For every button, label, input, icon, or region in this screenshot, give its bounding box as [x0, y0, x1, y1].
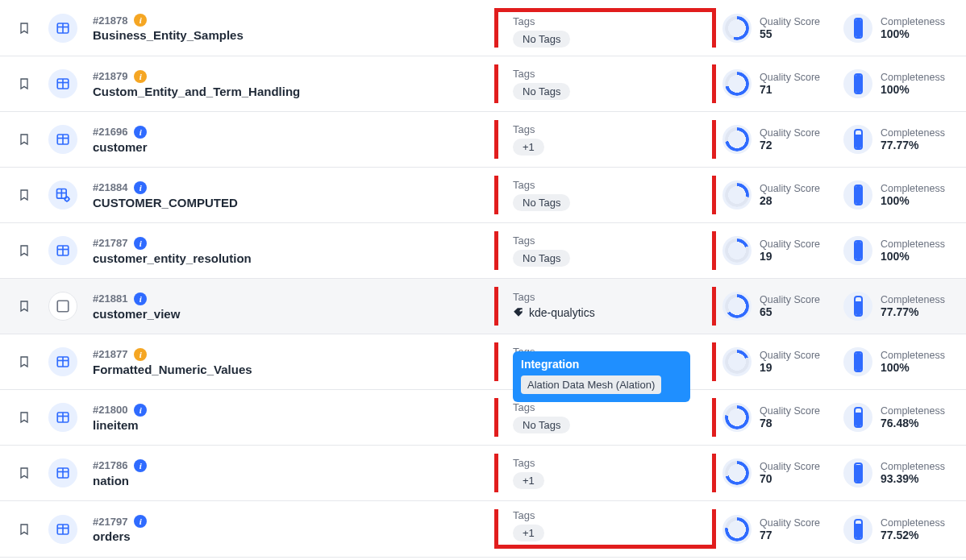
- entity-name[interactable]: CUSTOMER_COMPUTED: [93, 196, 486, 209]
- view-icon[interactable]: [48, 292, 77, 321]
- bookmark-icon[interactable]: [18, 409, 31, 425]
- info-icon[interactable]: i: [134, 126, 147, 139]
- name-cell[interactable]: #21786ination: [93, 459, 494, 487]
- quality-value: 70: [760, 472, 820, 485]
- completeness-cell: Completeness77.77%: [837, 292, 966, 321]
- name-cell[interactable]: #21877iFormatted_Numeric_Values: [93, 348, 494, 376]
- bookmark-cell: [0, 243, 48, 259]
- tag-item[interactable]: kde-qualytics: [513, 306, 595, 319]
- info-icon[interactable]: i: [134, 14, 147, 27]
- entity-name[interactable]: lineitem: [93, 418, 486, 432]
- info-icon[interactable]: i: [134, 459, 147, 472]
- tag-count-chip[interactable]: +1: [513, 525, 544, 541]
- table-icon[interactable]: [48, 69, 77, 98]
- name-cell[interactable]: #21800ilineitem: [93, 404, 494, 432]
- entity-name[interactable]: Formatted_Numeric_Values: [93, 363, 486, 376]
- entity-name[interactable]: customer_entity_resolution: [93, 251, 486, 265]
- quality-value: 28: [760, 194, 820, 207]
- table-icon[interactable]: [48, 236, 77, 265]
- quality-cell: Quality Score71: [716, 69, 837, 98]
- bookmark-icon[interactable]: [18, 243, 31, 259]
- table-row[interactable]: #21696icustomerTags+1Quality Score72Comp…: [0, 112, 966, 168]
- table-row[interactable]: #21884iCUSTOMER_COMPUTEDTagsNo TagsQuali…: [0, 168, 966, 223]
- entity-name[interactable]: customer_view: [93, 307, 486, 321]
- bookmark-icon[interactable]: [18, 354, 31, 370]
- bookmark-cell: [0, 409, 48, 425]
- entity-name[interactable]: orders: [93, 529, 486, 543]
- info-icon[interactable]: i: [134, 404, 147, 417]
- quality-value: 77: [760, 529, 820, 541]
- completeness-value: 100%: [881, 27, 945, 40]
- table-row[interactable]: #21877iFormatted_Numeric_ValuesTagsNo Ta…: [0, 334, 966, 390]
- quality-cell: Quality Score77: [716, 515, 837, 544]
- quality-label: Quality Score: [760, 350, 820, 361]
- tooltip-title: Integration: [521, 358, 682, 371]
- quality-ring-icon: [722, 69, 752, 98]
- completeness-label: Completeness: [881, 183, 945, 194]
- info-icon[interactable]: i: [134, 515, 147, 528]
- name-cell[interactable]: #21881icustomer_view: [93, 292, 494, 321]
- bookmark-icon[interactable]: [18, 131, 31, 147]
- name-cell[interactable]: #21879iCustom_Entity_and_Term_Handling: [93, 70, 494, 98]
- entity-name[interactable]: Custom_Entity_and_Term_Handling: [93, 85, 486, 98]
- completeness-cylinder-icon: [843, 236, 872, 265]
- info-icon[interactable]: i: [134, 237, 147, 250]
- type-icon-cell: [48, 69, 93, 98]
- table-row[interactable]: #21800ilineitemTagsNo TagsQuality Score7…: [0, 390, 966, 446]
- bookmark-icon[interactable]: [18, 521, 31, 537]
- completeness-cell: Completeness93.39%: [837, 458, 966, 487]
- completeness-value: 77.52%: [881, 529, 945, 541]
- entity-name[interactable]: customer: [93, 140, 486, 154]
- table-icon[interactable]: [48, 347, 77, 376]
- table-icon[interactable]: [48, 125, 77, 154]
- tags-cell: TagsNo Tags: [494, 176, 716, 214]
- table-row[interactable]: #21787icustomer_entity_resolutionTagsNo …: [0, 223, 966, 279]
- completeness-label: Completeness: [881, 127, 945, 139]
- bookmark-cell: [0, 187, 48, 203]
- table-row[interactable]: #21879iCustom_Entity_and_Term_HandlingTa…: [0, 56, 966, 112]
- table-icon[interactable]: [48, 403, 77, 432]
- table-row[interactable]: #21797iordersTags+1Quality Score77Comple…: [0, 501, 966, 558]
- quality-value: 55: [760, 27, 820, 40]
- name-cell[interactable]: #21787icustomer_entity_resolution: [93, 237, 494, 265]
- bookmark-icon[interactable]: [18, 465, 31, 481]
- entity-id: #21881: [93, 292, 127, 305]
- quality-ring-icon: [722, 458, 752, 487]
- entity-name[interactable]: Business_Entity_Samples: [93, 28, 486, 42]
- table-row[interactable]: #21881icustomer_viewTags kde-qualyticsIn…: [0, 279, 966, 334]
- quality-label: Quality Score: [760, 461, 820, 472]
- quality-cell: Quality Score78: [716, 403, 837, 432]
- name-cell[interactable]: #21884iCUSTOMER_COMPUTED: [93, 181, 494, 209]
- completeness-cylinder-icon: [843, 403, 872, 432]
- completeness-value: 100%: [881, 361, 945, 374]
- computed-table-icon[interactable]: [48, 180, 77, 209]
- tag-count-chip[interactable]: +1: [513, 139, 544, 156]
- tag-text: kde-qualytics: [529, 306, 595, 319]
- type-icon-cell: [48, 347, 93, 376]
- bookmark-icon[interactable]: [18, 298, 31, 314]
- bookmark-icon[interactable]: [18, 187, 31, 203]
- tag-count-chip[interactable]: +1: [513, 472, 544, 489]
- tags-label: Tags: [513, 123, 697, 135]
- info-icon[interactable]: i: [134, 348, 147, 361]
- info-icon[interactable]: i: [134, 292, 147, 305]
- entity-name[interactable]: nation: [93, 474, 486, 487]
- name-cell[interactable]: #21878iBusiness_Entity_Samples: [93, 14, 494, 42]
- completeness-label: Completeness: [881, 239, 945, 250]
- table-icon[interactable]: [48, 458, 77, 487]
- table-row[interactable]: #21878iBusiness_Entity_SamplesTagsNo Tag…: [0, 0, 966, 56]
- tooltip-chip: Alation Data Mesh (Alation): [521, 375, 661, 394]
- table-icon[interactable]: [48, 515, 77, 544]
- completeness-cylinder-icon: [843, 458, 872, 487]
- bookmark-icon[interactable]: [18, 76, 31, 92]
- info-icon[interactable]: i: [134, 181, 147, 194]
- completeness-value: 100%: [881, 83, 945, 96]
- name-cell[interactable]: #21797iorders: [93, 515, 494, 543]
- entity-id: #21878: [93, 15, 127, 27]
- table-row[interactable]: #21786inationTags+1Quality Score70Comple…: [0, 446, 966, 501]
- name-cell[interactable]: #21696icustomer: [93, 126, 494, 154]
- table-icon[interactable]: [48, 14, 77, 43]
- bookmark-icon[interactable]: [18, 20, 31, 36]
- info-icon[interactable]: i: [134, 70, 147, 83]
- quality-ring-icon: [722, 403, 752, 432]
